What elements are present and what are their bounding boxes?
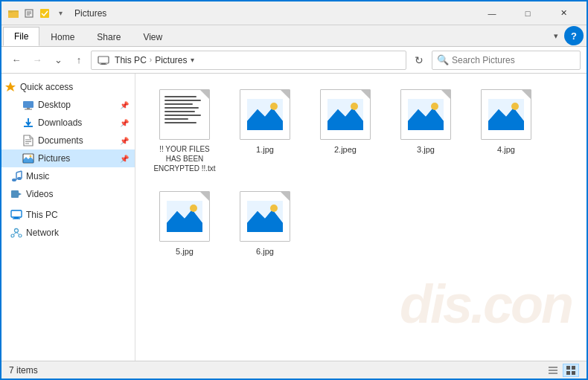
search-input[interactable] [452,55,575,65]
documents-pin-icon: 📌 [120,137,129,145]
tab-file[interactable]: File [3,27,39,46]
title-bar-left: ▾ Pictures [7,7,475,20]
svg-rect-66 [572,371,575,375]
documents-icon [22,135,34,146]
svg-point-39 [270,103,278,110]
qa-properties-btn[interactable] [22,7,36,20]
sidebar-item-downloads[interactable]: Downloads 📌 [1,114,135,132]
file-icon-4jpg [479,88,533,141]
file-explorer-window: ▾ Pictures — □ ✕ File Home Share View ▾ … [0,0,588,380]
svg-marker-11 [5,82,16,91]
qa-checkmark-btn[interactable] [38,7,51,20]
sidebar-item-documents[interactable]: Documents 📌 [1,132,135,149]
music-label: Music [26,171,49,181]
svg-line-25 [16,171,22,173]
search-box[interactable]: 🔍 [432,51,581,70]
svg-rect-26 [11,190,19,198]
downloads-pin-icon: 📌 [120,119,129,127]
quick-access-icon [4,81,16,93]
file-item-ransom-note[interactable]: !! YOUR FILESHAS BEENENCRYPTED !!.txt [147,83,222,178]
close-button[interactable]: ✕ [546,1,581,25]
ribbon-collapse-btn[interactable]: ▾ [548,31,564,41]
svg-rect-2 [8,10,13,13]
large-icons-view-btn[interactable] [563,364,579,377]
file-item-5jpg[interactable]: 5.jpg [147,184,222,262]
svg-rect-28 [11,210,22,217]
pictures-sidebar-icon [22,152,34,164]
svg-marker-27 [19,193,22,196]
file-item-6jpg[interactable]: 6.jpg [228,184,302,262]
maximize-button[interactable]: □ [511,1,545,25]
network-label: Network [26,228,59,238]
file-area: dis.con [135,74,587,361]
file-icon-ransom-note [158,88,211,141]
music-icon [10,170,22,182]
address-bar: ← → ⌄ ↑ This PC › Pictures ▾ ↻ 🔍 [1,47,587,74]
sidebar-item-network[interactable]: Network [1,224,135,242]
file-name-5jpg: 5.jpg [176,246,194,257]
sidebar-item-desktop[interactable]: Desktop 📌 [1,96,135,114]
address-path[interactable]: This PC › Pictures ▾ [91,51,406,70]
documents-label: Documents [38,135,83,146]
downloads-icon [22,117,34,129]
downloads-label: Downloads [38,117,82,128]
details-view-btn[interactable] [545,364,561,377]
window-icon [7,7,19,19]
sidebar-item-quick-access[interactable]: Quick access [1,78,135,96]
file-item-2jpeg[interactable]: 2.jpeg [308,83,383,178]
search-icon: 🔍 [437,54,449,65]
svg-line-34 [14,233,17,235]
svg-rect-63 [566,366,570,370]
desktop-icon [22,99,34,111]
file-item-3jpg[interactable]: 3.jpg [389,83,463,178]
videos-label: Videos [26,189,53,199]
view-buttons [545,364,579,377]
svg-point-47 [431,103,438,110]
network-icon [10,227,22,239]
recent-locations-btn[interactable]: ⌄ [49,51,67,69]
file-grid: !! YOUR FILESHAS BEENENCRYPTED !!.txt [147,83,575,262]
svg-rect-65 [566,371,570,375]
item-count: 7 items [9,365,545,376]
sidebar-item-thispc[interactable]: This PC [1,206,135,224]
tab-view[interactable]: View [132,27,173,46]
refresh-button[interactable]: ↻ [409,51,429,70]
svg-point-43 [351,103,358,110]
tab-share[interactable]: Share [86,27,132,46]
svg-point-51 [511,103,519,110]
thispc-label: This PC [26,210,58,220]
sidebar: Quick access Desktop 📌 [1,74,135,361]
forward-button[interactable]: → [28,51,46,69]
tab-home[interactable]: Home [39,27,86,46]
file-name-4jpg: 4.jpg [497,144,515,155]
svg-point-55 [190,205,197,212]
sidebar-item-music[interactable]: Music [1,167,135,185]
quick-access-label: Quick access [20,82,73,92]
up-button[interactable]: ↑ [70,51,88,69]
file-icon-3jpg [399,88,453,141]
help-button[interactable]: ? [564,26,584,45]
window-title: Pictures [74,8,106,19]
svg-rect-7 [40,9,49,18]
main-content: Quick access Desktop 📌 [1,74,587,361]
file-item-4jpg[interactable]: 4.jpg [469,83,543,178]
sidebar-item-pictures[interactable]: Pictures 📌 [1,149,135,167]
file-item-1jpg[interactable]: 1.jpg [228,83,302,178]
desktop-label: Desktop [38,100,71,110]
file-name-1jpg: 1.jpg [256,144,274,155]
back-button[interactable]: ← [7,51,25,69]
pictures-sidebar-label: Pictures [38,153,70,164]
path-dropdown-btn[interactable]: ▾ [188,56,197,64]
svg-rect-12 [23,101,33,108]
thispc-icon [10,209,22,221]
file-name-2jpeg: 2.jpeg [334,144,357,155]
title-controls: — □ ✕ [475,1,581,25]
qa-dropdown-btn[interactable]: ▾ [54,7,67,20]
svg-rect-8 [98,57,109,63]
sidebar-item-videos[interactable]: Videos [1,185,135,203]
svg-point-32 [11,234,14,237]
minimize-button[interactable]: — [475,1,509,25]
svg-point-33 [19,234,22,237]
quick-access-toolbar: ▾ [22,7,67,20]
path-thispc: This PC [98,55,147,65]
